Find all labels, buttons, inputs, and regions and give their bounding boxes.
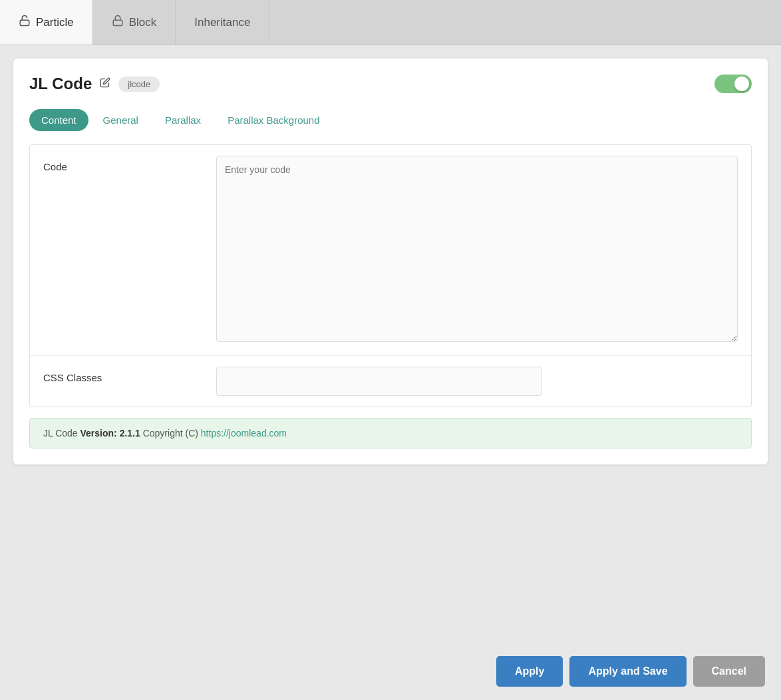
- apply-button[interactable]: Apply: [496, 656, 563, 687]
- code-input-area: [216, 156, 738, 345]
- form-row-css: CSS Classes: [30, 356, 751, 407]
- tab-block-label: Block: [129, 16, 157, 29]
- svg-rect-1: [113, 20, 122, 25]
- sub-tabs: Content General Parallax Parallax Backgr…: [29, 109, 752, 131]
- tab-particle[interactable]: Particle: [0, 0, 93, 45]
- code-textarea[interactable]: [216, 156, 738, 342]
- version-number: Version: 2.1.1: [80, 428, 143, 438]
- footer: Apply Apply and Save Cancel: [0, 643, 781, 700]
- edit-icon[interactable]: [100, 77, 110, 90]
- sub-tab-parallax-background[interactable]: Parallax Background: [216, 109, 331, 131]
- card-title-area: JL Code jlcode: [29, 75, 160, 93]
- main-content: JL Code jlcode Content General: [0, 45, 781, 643]
- version-prefix: JL Code: [43, 428, 78, 438]
- lock-open-icon: [19, 15, 31, 30]
- lock-icon: [112, 15, 124, 30]
- code-label: Code: [43, 156, 216, 172]
- form-row-code: Code: [30, 145, 751, 356]
- tab-particle-label: Particle: [36, 16, 74, 29]
- css-input-area: [216, 367, 738, 396]
- tab-bar: Particle Block Inheritance: [0, 0, 781, 45]
- particle-card: JL Code jlcode Content General: [13, 59, 768, 464]
- tab-block[interactable]: Block: [93, 0, 176, 45]
- sub-tab-parallax[interactable]: Parallax: [153, 109, 213, 131]
- version-bar: JL Code Version: 2.1.1 Copyright (C) htt…: [29, 418, 752, 448]
- tab-inheritance-label: Inheritance: [194, 16, 250, 29]
- css-classes-input[interactable]: [216, 367, 542, 396]
- toggle-slider: [714, 75, 752, 93]
- apply-save-button[interactable]: Apply and Save: [569, 656, 686, 687]
- card-header: JL Code jlcode: [29, 75, 752, 93]
- card-title: JL Code: [29, 75, 92, 93]
- tab-inheritance[interactable]: Inheritance: [176, 0, 269, 45]
- enabled-toggle[interactable]: [714, 75, 752, 93]
- sub-tab-content[interactable]: Content: [29, 109, 88, 131]
- sub-tab-general[interactable]: General: [91, 109, 150, 131]
- cancel-button[interactable]: Cancel: [693, 656, 765, 687]
- version-copyright: Copyright (C): [143, 428, 198, 438]
- svg-rect-0: [20, 20, 29, 25]
- css-label: CSS Classes: [43, 367, 216, 383]
- form-area: Code CSS Classes: [29, 144, 752, 407]
- version-link[interactable]: https://joomlead.com: [201, 428, 287, 438]
- particle-badge: jlcode: [118, 77, 160, 92]
